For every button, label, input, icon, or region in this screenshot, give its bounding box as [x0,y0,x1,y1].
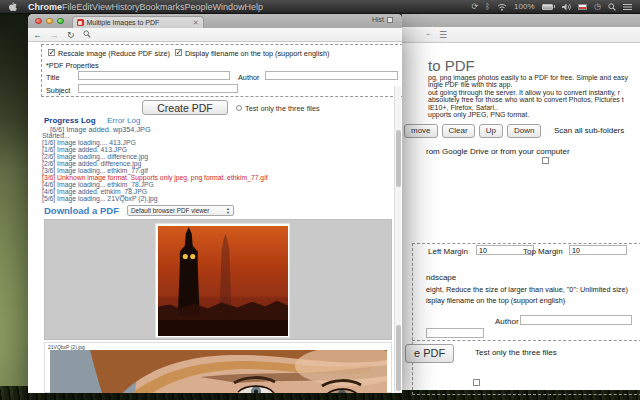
page-content: Rescale image (Reduce PDF size) Display … [28,42,402,393]
landscape-label: ndscape [426,273,456,282]
file-action-button[interactable]: Down [507,124,541,138]
display-filename-checkbox[interactable] [175,49,182,56]
sync-icon[interactable]: ⟳ [472,2,479,11]
error-log-tab[interactable]: Error Log [107,116,140,125]
left-margin-label: Left Margin [428,247,468,256]
file-action-button[interactable]: move [404,124,438,138]
back-icon[interactable]: ← [33,30,42,40]
menu-item[interactable]: People [184,2,212,12]
page-title: to PDF [428,57,475,74]
scan-subfolders-label: Scan all sub-folders [554,126,624,135]
pdf-viewer-select[interactable]: Default browser PDF viewer ▲▼ [127,205,234,216]
file-action-button[interactable]: Up [479,124,503,138]
pdf-properties-label: *PDF Properties [46,61,99,70]
clock-icon[interactable]: ◷ [594,2,601,11]
log-line: [5/6] Image loading... 21VQbxP (2).jpg [42,195,268,202]
author-input[interactable] [520,315,632,325]
top-margin-input[interactable] [569,245,627,255]
bigben-illustration [158,226,288,336]
paragraph-line: ingle PDF file with this app. [428,81,628,88]
menu-status-area: ⟳ ᛒ 100% ◷ [472,2,632,11]
traffic-close-button[interactable] [35,18,42,25]
macos-menu-bar: ChromeFileEditViewHistoryBookmarksPeople… [0,0,640,14]
menu-item[interactable]: File [62,2,77,12]
bluetooth-icon[interactable]: ᛒ [485,2,490,11]
scrollbar-thumb-lower[interactable] [396,325,401,391]
tab-bar: Multiple Images to PDF ✕ Hist [28,14,402,28]
tab-title: Multiple Images to PDF [87,19,190,26]
height-option-line: eight, Reduce the size of larger than va… [426,285,628,294]
download-pdf-link[interactable]: Download a PDF [44,205,119,216]
subject-input[interactable] [78,84,238,93]
wifi-icon[interactable] [497,3,507,11]
traffic-zoom-button[interactable] [57,18,64,25]
rear-toolbar: − ☰ [402,27,640,43]
pdf-favicon-icon [77,19,84,26]
window-dash-icon: − [426,31,430,38]
menu-item[interactable]: View [92,2,111,12]
menu-item[interactable]: Window [212,2,244,12]
input-language-flag-icon[interactable] [578,4,587,10]
progress-log-list: Started...[1/6] Image loading.... 413.JP… [42,132,268,209]
divider [412,340,640,341]
download-row: Download a PDF Default browser PDF viewe… [28,203,402,219]
test-three-label: Test only the three files [245,104,320,113]
traffic-minimize-button[interactable] [46,18,53,25]
menu-item[interactable]: Bookmarks [139,2,184,12]
subject-input-partial[interactable] [426,328,484,338]
test-three-checkbox[interactable] [473,379,480,386]
scan-subfolders-checkbox[interactable] [542,157,549,164]
subject-label: Subject [46,86,70,95]
log-line: [2/6] Image added. difference.jpg [42,160,268,167]
menu-items: ChromeFileEditViewHistoryBookmarksPeople… [28,2,263,12]
create-pdf-button[interactable]: Create PDF [142,100,228,115]
title-input[interactable] [78,71,230,80]
apple-icon[interactable] [8,2,17,12]
preview-image-face [50,350,387,393]
scrollbar[interactable] [394,86,401,393]
image-source-line: rom Google Drive or from your computer [426,147,570,156]
notification-center-icon[interactable] [623,3,632,11]
paragraph-line: absolutely free for those who want to co… [428,96,628,103]
rear-tab-strip [402,14,640,27]
expand-icon[interactable] [387,17,393,23]
create-pdf-button[interactable]: e PDF [405,344,454,363]
author-label: Author [238,73,260,82]
test-three-radio[interactable] [236,105,242,111]
scrollbar-thumb-upper[interactable] [396,130,401,187]
rear-browser-window: − ☰ to PDF pg, png images photos easily … [402,14,640,390]
rescale-checkbox[interactable] [48,49,55,56]
paragraph-line: IE10+, Firefox, Safari.. [428,104,628,111]
volume-icon[interactable] [562,3,571,11]
pdf-properties-form: Rescale image (Reduce PDF size) Display … [41,44,402,97]
forward-icon[interactable]: → [50,30,59,40]
toolbar-search-icon[interactable] [83,30,91,40]
intro-paragraph: pg, png images photos easily to a PDF fo… [428,74,628,118]
paragraph-line: pg, png images photos easily to a PDF fo… [428,74,628,81]
pdf-page-2: 21VQbxP (2).jpg [44,342,392,393]
title-label: Title [46,73,60,82]
tab-multiple-images-to-pdf[interactable]: Multiple Images to PDF ✕ [72,16,204,28]
progress-log-tab[interactable]: Progress Log [44,116,96,125]
battery-icon[interactable] [542,4,556,10]
log-line: [1/6] Image added. 413.JPG [42,146,268,153]
menu-item[interactable]: Chrome [28,2,62,12]
file-action-button[interactable]: Clear [442,124,475,138]
author-input[interactable] [265,71,398,80]
top-margin-label: Top Margin [523,247,563,256]
select-arrows-icon: ▲▼ [226,207,230,214]
reload-icon[interactable]: ↻ [67,30,75,40]
log-line: [4/6] Image loading... ethkim_78.JPG [42,181,268,188]
author-label: Author [495,317,519,326]
hamburger-menu-icon[interactable]: ☰ [439,30,447,40]
tab-close-icon[interactable]: ✕ [193,19,199,26]
display-filename-line: isplay filename on the top (support engl… [426,296,565,305]
spotlight-search-icon[interactable] [608,3,616,11]
battery-percent: 100% [514,2,534,11]
menu-item[interactable]: History [111,2,139,12]
hist-label: Hist [372,16,384,23]
file-action-buttons: moveClearUpDown [404,124,545,138]
menu-item[interactable]: Edit [77,2,93,12]
menu-item[interactable]: Help [244,2,263,12]
paragraph-line: out going through the server. It allow y… [428,89,628,96]
